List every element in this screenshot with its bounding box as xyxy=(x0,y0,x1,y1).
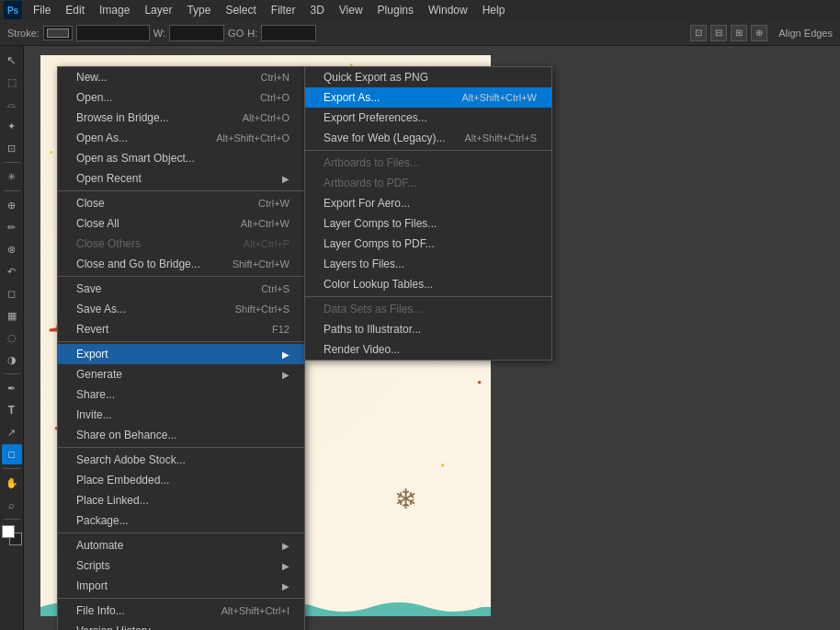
menu-artboards-pdf: Artboards to PDF... xyxy=(305,173,551,193)
menu-open-recent[interactable]: Open Recent ▶ xyxy=(58,168,304,189)
menu-help[interactable]: Help xyxy=(475,0,513,20)
align-right-icon[interactable]: ⊞ xyxy=(731,25,747,41)
menu-scripts[interactable]: Scripts▶ xyxy=(58,556,304,576)
dodge-icon[interactable]: ◑ xyxy=(2,349,22,370)
healing-icon[interactable]: ⊕ xyxy=(2,195,22,215)
crop-tool-icon[interactable]: ⊡ xyxy=(2,138,22,158)
align-left-icon[interactable]: ⊡ xyxy=(690,25,707,41)
menu-bar: Ps File Edit Image Layer Type Select Fil… xyxy=(0,0,840,20)
stroke-style-input[interactable] xyxy=(76,25,150,41)
menu-plugins[interactable]: Plugins xyxy=(370,0,421,20)
text-icon[interactable]: T xyxy=(2,400,22,420)
path-select-icon[interactable]: ↗ xyxy=(2,422,22,442)
menu-search-stock[interactable]: Search Adobe Stock... xyxy=(58,450,304,470)
stroke-label: Stroke: xyxy=(7,28,40,39)
w-label: W: xyxy=(153,28,165,39)
menu-close-others: Close OthersAlt+Ctrl+P xyxy=(58,234,304,254)
menu-version-history[interactable]: Version History xyxy=(58,621,304,630)
menu-browse-bridge[interactable]: Browse in Bridge... Alt+Ctrl+O xyxy=(58,108,304,128)
separator-6 xyxy=(58,598,304,599)
canvas-area: ❄ ❄ ❄ ❄ ❄ ❄ • • 🦌 ❄ xyxy=(24,46,840,630)
menu-place-embedded[interactable]: Place Embedded... xyxy=(58,470,304,490)
options-bar: Stroke: W: GO H: ⊡ ⊟ ⊞ ⊕ Align Edges xyxy=(0,20,840,46)
menu-open-as[interactable]: Open As... Alt+Shift+Ctrl+O xyxy=(58,128,304,148)
separator-4 xyxy=(58,447,304,448)
menu-layer[interactable]: Layer xyxy=(137,0,179,20)
marquee-tool-icon[interactable]: ⬚ xyxy=(2,72,22,92)
eyedropper-icon[interactable]: ✳ xyxy=(2,166,22,187)
menu-invite[interactable]: Invite... xyxy=(58,405,304,425)
menu-layer-comps-pdf[interactable]: Layer Comps to PDF... xyxy=(305,234,551,254)
shape-icon[interactable]: □ xyxy=(2,444,22,464)
export-sep-1 xyxy=(305,150,551,151)
menu-image[interactable]: Image xyxy=(92,0,137,20)
menu-color-lookup[interactable]: Color Lookup Tables... xyxy=(305,274,551,294)
menu-type[interactable]: Type xyxy=(179,0,218,20)
menu-export[interactable]: Export▶ xyxy=(58,344,304,364)
menu-quick-export-png[interactable]: Quick Export as PNG xyxy=(305,67,551,87)
menu-layer-comps-files[interactable]: Layer Comps to Files... xyxy=(305,213,551,234)
menu-layers-to-files[interactable]: Layers to Files... xyxy=(305,254,551,274)
menu-share-behance[interactable]: Share on Behance... xyxy=(58,425,304,445)
menu-import[interactable]: Import▶ xyxy=(58,576,304,596)
pen-icon[interactable]: ✒ xyxy=(2,378,22,398)
menu-revert[interactable]: RevertF12 xyxy=(58,319,304,339)
menu-save[interactable]: SaveCtrl+S xyxy=(58,279,304,299)
menu-export-aero[interactable]: Export For Aero... xyxy=(305,193,551,213)
gradient-icon[interactable]: ▦ xyxy=(2,305,22,326)
menu-close-all[interactable]: Close AllAlt+Ctrl+W xyxy=(58,213,304,234)
path-ops-icon[interactable]: ⊕ xyxy=(751,25,767,41)
menu-file-info[interactable]: File Info...Alt+Shift+Ctrl+I xyxy=(58,601,304,621)
menu-view[interactable]: View xyxy=(332,0,370,20)
menu-automate[interactable]: Automate▶ xyxy=(58,535,304,556)
zoom-icon[interactable]: ⌕ xyxy=(2,495,22,515)
blur-icon[interactable]: ◌ xyxy=(2,327,22,348)
menu-filter[interactable]: Filter xyxy=(264,0,303,20)
tool-divider-2 xyxy=(4,190,20,191)
menu-save-for-web[interactable]: Save for Web (Legacy)...Alt+Shift+Ctrl+S xyxy=(305,128,551,148)
menu-generate[interactable]: Generate▶ xyxy=(58,364,304,384)
menu-place-linked[interactable]: Place Linked... xyxy=(58,490,304,510)
export-submenu: Quick Export as PNG Export As...Alt+Shif… xyxy=(304,66,552,361)
menu-paths-illustrator[interactable]: Paths to Illustrator... xyxy=(305,319,551,339)
stroke-color-swatch[interactable] xyxy=(43,26,73,40)
menu-save-as[interactable]: Save As...Shift+Ctrl+S xyxy=(58,299,304,319)
separator-3 xyxy=(58,341,304,342)
h-label: H: xyxy=(247,28,257,39)
menu-package[interactable]: Package... xyxy=(58,510,304,531)
hand-icon[interactable]: ✋ xyxy=(2,473,22,493)
stamp-icon[interactable]: ⊗ xyxy=(2,239,22,259)
menu-edit[interactable]: Edit xyxy=(58,0,92,20)
go-button[interactable]: GO xyxy=(228,28,244,39)
ps-logo: Ps xyxy=(4,1,22,19)
history-icon[interactable]: ↶ xyxy=(2,261,22,281)
menu-open[interactable]: Open... Ctrl+O xyxy=(58,87,304,108)
color-swatches[interactable] xyxy=(2,525,22,545)
height-input[interactable] xyxy=(261,25,316,41)
menu-export-preferences[interactable]: Export Preferences... xyxy=(305,108,551,128)
tool-divider-4 xyxy=(4,468,20,469)
menu-share[interactable]: Share... xyxy=(58,384,304,405)
tool-divider-3 xyxy=(4,373,20,374)
menu-new[interactable]: New... Ctrl+N xyxy=(58,67,304,87)
main-layout: ↖ ⬚ ⌓ ✦ ⊡ ✳ ⊕ ✏ ⊗ ↶ ◻ ▦ ◌ ◑ ✒ T ↗ □ ✋ ⌕ xyxy=(0,46,840,630)
menu-window[interactable]: Window xyxy=(421,0,475,20)
width-input[interactable] xyxy=(169,25,224,41)
move-tool-icon[interactable]: ↖ xyxy=(2,50,22,70)
align-center-icon[interactable]: ⊟ xyxy=(710,25,727,41)
menu-select[interactable]: Select xyxy=(218,0,263,20)
dot-2: • xyxy=(50,147,53,157)
menu-close-bridge[interactable]: Close and Go to Bridge...Shift+Ctrl+W xyxy=(58,254,304,274)
menu-3d[interactable]: 3D xyxy=(302,0,331,20)
magic-wand-icon[interactable]: ✦ xyxy=(2,116,22,136)
tool-divider-5 xyxy=(4,519,20,520)
menu-close[interactable]: CloseCtrl+W xyxy=(58,193,304,213)
menu-render-video[interactable]: Render Video... xyxy=(305,339,551,360)
brush-icon[interactable]: ✏ xyxy=(2,217,22,237)
menu-export-as[interactable]: Export As...Alt+Shift+Ctrl+W xyxy=(305,87,551,108)
lasso-tool-icon[interactable]: ⌓ xyxy=(2,94,22,114)
menu-open-smart[interactable]: Open as Smart Object... xyxy=(58,148,304,168)
menu-file[interactable]: File xyxy=(26,0,58,20)
separator-2 xyxy=(58,276,304,277)
eraser-icon[interactable]: ◻ xyxy=(2,283,22,304)
